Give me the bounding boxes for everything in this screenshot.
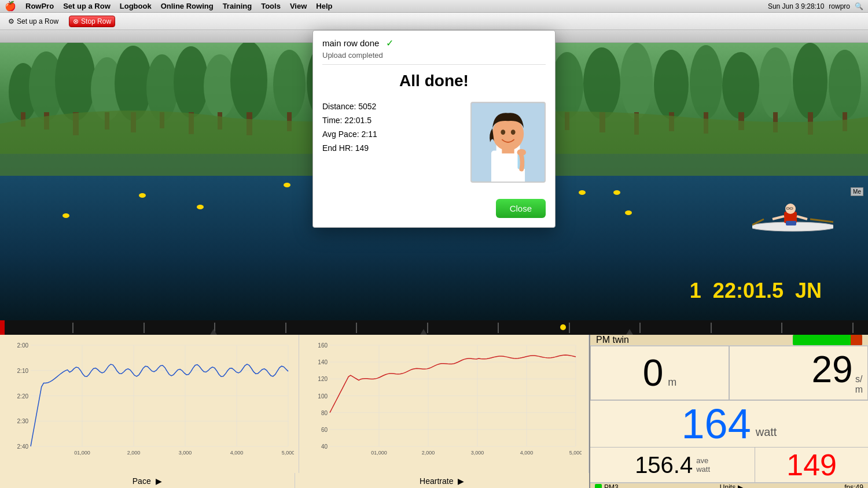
modal-stats: Distance: 5052 Time: 22:01.5 Avg Pace: 2… [322,102,461,183]
pm-footer: PM3 Units ▶ fps:49 [590,483,868,488]
prog-tick-7 [498,323,499,333]
pm-title: PM twin [596,335,629,345]
prog-tick-10 [711,323,712,333]
menu-training[interactable]: Training [218,2,257,10]
svg-line-61 [773,216,784,219]
prog-tick-2 [144,323,145,333]
buoy-1 [62,213,69,218]
units-arrow-icon: ▶ [738,483,743,488]
score-name: JN [795,279,822,303]
pm-distance-unit: m [668,376,676,389]
pm-avg-watts-value: 156.4 [635,453,693,476]
menubar-datetime: Sun Jun 3 9:28:10 [768,2,824,10]
progress-dot [560,324,566,330]
pm-speed-cell: 29 s/ m [729,346,868,400]
chart-panel: Pace ▶ Heartrate ▶ [0,335,590,488]
completion-modal: main row done ✓ Upload completed All don… [312,30,556,228]
me-label: Me [851,187,863,196]
svg-point-70 [511,130,516,135]
pm-speed-unit: s/ [855,374,863,385]
modal-status-text: main row done [322,38,379,48]
pm-hr-value: 149 [786,450,837,480]
pm-header: PM twin [590,335,868,346]
toolbar: ⚙ Set up a Row ⊗ Stop Row [0,13,868,30]
units-button[interactable]: Units ▶ [720,483,743,488]
stat-avg-pace: Avg Pace: 2:11 [322,130,461,139]
pace-arrow-icon[interactable]: ▶ [156,476,162,486]
pm-watts-unit: watt [756,426,777,445]
pm-avg-watts-unit: watt [696,465,710,474]
pace-chart-container [0,335,299,473]
pm-avg-watts-label: ave [696,456,710,465]
score-position: 1 [690,279,701,303]
setup-row-button[interactable]: ⚙ Set up a Row [5,16,62,27]
menu-view[interactable]: View [285,2,311,10]
prog-tick-5 [356,323,357,333]
checkmark-icon: ✓ [386,38,393,49]
svg-point-56 [785,204,796,214]
heartrate-label: Heartrate [420,476,453,486]
pm3-dot [595,484,602,488]
hr-chart [304,339,582,458]
prog-tick-9 [639,323,641,333]
close-modal-button[interactable]: Close [496,199,546,218]
menu-tools[interactable]: Tools [256,2,285,10]
search-icon[interactable]: 🔍 [855,2,863,10]
buoy-2 [139,193,146,198]
person-photo-svg [472,102,545,183]
buoy-5 [579,190,586,195]
menu-setup[interactable]: Set up a Row [58,2,115,10]
fps-display: fps:49 [844,483,863,488]
prog-tick-1 [72,323,73,333]
bottom-panels: Pace ▶ Heartrate ▶ PM twin 0 m [0,335,868,488]
hr-chart-container [299,335,589,473]
stop-row-button[interactable]: ⊗ Stop Row [69,16,115,27]
pm-distance-value: 0 [643,354,664,391]
stat-distance: Distance: 5052 [322,102,461,111]
pm-speed-value: 29 [811,351,852,388]
rower-container [752,187,833,236]
score-display: 1 22:01.5 JN [690,279,822,303]
pace-label: Pace [133,476,151,486]
pace-chart [5,339,294,458]
menu-logbook[interactable]: Logbook [115,2,156,10]
modal-upload-text: Upload completed [313,51,555,64]
prog-tick-12 [852,323,854,333]
buoy-3 [197,205,204,209]
stat-end-hr: End HR: 149 [322,143,461,153]
stat-time: Time: 22:01.5 [322,116,461,125]
apple-menu-icon[interactable]: 🍎 [5,1,16,12]
svg-line-54 [810,219,833,222]
buoy-7 [625,210,632,215]
prog-tick-11 [781,323,782,333]
modal-all-done-title: All done! [313,65,555,93]
svg-line-62 [797,216,807,219]
pm-watts-value: 164 [682,403,751,445]
prog-arrow-2 [420,329,427,335]
menu-rowpro[interactable]: RowPro [21,2,58,10]
buoy-4 [284,183,290,187]
buoy-6 [613,190,620,195]
modal-header: main row done ✓ [313,31,555,51]
progress-start-marker [0,320,5,335]
menu-help[interactable]: Help [311,2,337,10]
menubar: 🍎 RowPro Set up a Row Logbook Online Row… [0,0,868,13]
prog-tick-8 [569,323,570,333]
svg-point-69 [501,130,505,135]
modal-body: Distance: 5052 Time: 22:01.5 Avg Pace: 2… [313,93,555,192]
prog-arrow-1 [210,329,217,335]
pm-signal-bar [793,335,862,345]
pm-panel: PM twin 0 m 29 s/ m [590,335,868,488]
rower-svg [752,187,833,234]
heartrate-arrow-icon[interactable]: ▶ [458,476,464,486]
svg-rect-60 [786,221,796,225]
menubar-user: rowpro [829,2,850,10]
setup-icon: ⚙ [8,17,14,25]
stop-icon: ⊗ [73,17,79,25]
pm-speed-unit2: m [855,385,863,395]
progress-bar [0,320,868,335]
pm3-indicator: PM3 [595,483,619,488]
score-time: 22:01.5 [713,279,784,303]
menu-online-rowing[interactable]: Online Rowing [156,2,218,10]
prog-tick-4 [285,323,286,333]
